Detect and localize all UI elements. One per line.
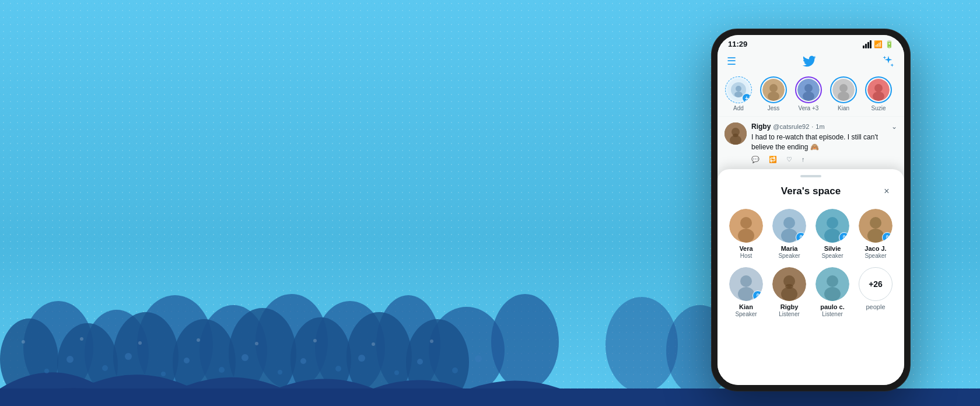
- svg-point-37: [80, 337, 83, 341]
- mic-badge-kian: 🎙: [752, 290, 763, 301]
- kian-avatar: 🎙: [729, 267, 763, 301]
- vera-avatar: [729, 209, 763, 243]
- more-count: +26: [869, 279, 883, 289]
- tweet-author-handle: @catsrule92: [773, 123, 809, 130]
- svg-point-40: [255, 342, 258, 345]
- participant-kian[interactable]: 🎙 Kian Speaker: [727, 267, 765, 317]
- svg-point-24: [278, 370, 282, 374]
- story-kian[interactable]: Kian: [828, 76, 859, 111]
- participant-silvie[interactable]: 🎙 Silvie Speaker: [813, 209, 852, 259]
- tweet-timestamp: 1m: [816, 123, 824, 130]
- svg-point-74: [867, 229, 884, 243]
- mic-badge-silvie: 🎙: [839, 232, 849, 243]
- svg-point-28: [66, 356, 74, 363]
- add-badge: +: [742, 93, 751, 103]
- svg-point-83: [827, 275, 838, 287]
- svg-point-41: [313, 339, 317, 342]
- svg-point-20: [44, 369, 49, 373]
- paulo-avatar: [816, 267, 849, 301]
- phone-screen: 11:29 📶 🔋 ☰: [718, 35, 904, 385]
- status-bar: 11:29 📶 🔋: [718, 35, 904, 51]
- svg-point-8: [491, 294, 559, 390]
- svg-point-36: [22, 340, 25, 344]
- story-add[interactable]: + Add: [723, 76, 754, 111]
- svg-point-54: [839, 84, 848, 92]
- maria-avatar: 🎙: [772, 209, 806, 243]
- svg-point-65: [738, 229, 754, 243]
- svg-point-64: [740, 217, 752, 229]
- story-suzie[interactable]: Suzie: [863, 76, 894, 111]
- close-button[interactable]: ×: [878, 183, 895, 200]
- maria-role: Speaker: [778, 253, 800, 259]
- tweet-author-name: Rigby: [751, 123, 771, 131]
- tweet-header: Rigby @catsrule92 · 1m: [751, 123, 887, 131]
- svg-point-55: [838, 92, 849, 101]
- reply-icon[interactable]: 💬: [751, 156, 760, 163]
- modal-handle: [800, 175, 821, 177]
- story-vera[interactable]: Vera +3: [793, 76, 824, 111]
- svg-point-71: [824, 229, 841, 243]
- paulo-role: Listener: [822, 311, 843, 317]
- svg-point-35: [475, 355, 482, 362]
- tweet: Rigby @catsrule92 · 1m I had to re-watch…: [718, 117, 904, 169]
- battery-icon: 🔋: [885, 40, 894, 48]
- svg-point-21: [102, 365, 108, 371]
- participant-rigby[interactable]: Rigby Listener: [770, 267, 808, 317]
- participant-jaco[interactable]: 🎙 Jaco J. Speaker: [856, 209, 895, 259]
- svg-point-29: [125, 353, 132, 360]
- menu-icon[interactable]: ☰: [727, 55, 736, 68]
- vera-role: Host: [740, 253, 752, 259]
- svg-point-62: [733, 134, 738, 137]
- silvie-avatar: 🎙: [816, 209, 849, 243]
- space-header: Vera's space ×: [718, 181, 904, 205]
- kian-name: Kian: [739, 303, 753, 310]
- svg-point-45: [736, 86, 741, 92]
- mic-badge-jaco: 🎙: [882, 232, 892, 243]
- participants-grid: Vera Host 🎙 Maria: [718, 205, 904, 323]
- silvie-name: Silvie: [824, 245, 841, 252]
- phone-frame: 11:29 📶 🔋 ☰: [712, 29, 910, 391]
- more-people-circle: +26: [859, 267, 892, 301]
- sparkle-icon[interactable]: [882, 55, 895, 68]
- signal-icon: [863, 40, 872, 48]
- svg-point-33: [358, 355, 365, 362]
- svg-point-73: [870, 217, 881, 229]
- tweet-avatar: [724, 123, 747, 145]
- svg-point-76: [740, 275, 752, 287]
- svg-point-48: [769, 84, 778, 92]
- story-add-label: Add: [733, 105, 744, 111]
- svg-point-38: [138, 341, 142, 345]
- svg-point-81: [785, 284, 793, 289]
- rigby-name: Rigby: [780, 303, 799, 310]
- more-label: people: [866, 303, 885, 310]
- like-icon[interactable]: ♡: [786, 156, 792, 163]
- rigby-role: Listener: [779, 311, 800, 317]
- svg-point-22: [161, 372, 166, 376]
- participant-paulo[interactable]: paulo c. Listener: [813, 267, 852, 317]
- kian-role: Speaker: [735, 311, 757, 317]
- jaco-role: Speaker: [864, 253, 886, 259]
- svg-point-84: [824, 287, 841, 301]
- jaco-name: Jaco J.: [864, 245, 886, 252]
- story-suzie-label: Suzie: [871, 105, 886, 111]
- retweet-icon[interactable]: 🔁: [769, 156, 777, 163]
- status-icons: 📶 🔋: [863, 40, 894, 48]
- svg-point-46: [734, 92, 743, 97]
- svg-point-30: [184, 358, 190, 363]
- share-icon[interactable]: ↑: [802, 156, 805, 163]
- stories-row: + Add Jess: [718, 73, 904, 117]
- wifi-icon: 📶: [874, 40, 883, 48]
- participant-more[interactable]: +26 people: [856, 267, 895, 317]
- svg-point-43: [430, 340, 433, 343]
- twitter-nav: ☰: [718, 51, 904, 73]
- story-jess[interactable]: Jess: [758, 76, 789, 111]
- participant-maria[interactable]: 🎙 Maria Speaker: [770, 209, 808, 259]
- svg-point-42: [372, 342, 375, 346]
- tweet-text: I had to re-watch that episode. I still …: [751, 132, 887, 152]
- svg-point-58: [873, 92, 884, 101]
- tweet-content: Rigby @catsrule92 · 1m I had to re-watch…: [751, 123, 887, 163]
- story-jess-label: Jess: [768, 105, 780, 111]
- participant-vera[interactable]: Vera Host: [727, 209, 765, 259]
- space-modal: Vera's space × Vera: [718, 169, 904, 385]
- svg-point-52: [803, 92, 814, 101]
